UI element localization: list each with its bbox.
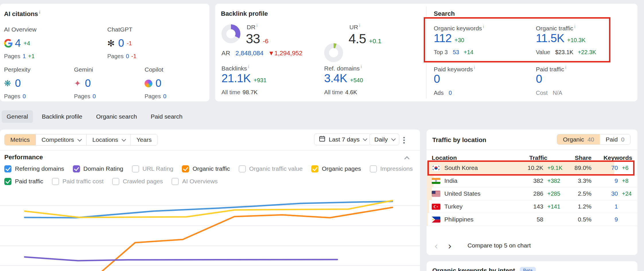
metric-checkbox-organic-traffic-value[interactable]: Organic traffic value [239, 164, 303, 173]
checkbox-checked-icon[interactable] [182, 165, 189, 172]
metric-checkbox-impressions[interactable]: Impressions [370, 164, 413, 173]
metric-checkbox-paid-traffic-cost[interactable]: Paid traffic cost [52, 177, 104, 186]
dr-value: 33 [246, 31, 260, 46]
backlink-profile-title: Backlink profile [221, 10, 268, 17]
checkbox-checked-icon[interactable] [4, 178, 11, 185]
chatgpt-value: 0 [118, 37, 124, 49]
traffic-by-location-title: Traffic by location [432, 136, 486, 144]
perplexity-pages: Pages0 [4, 93, 30, 100]
paid-keywords-value[interactable]: 0 [434, 72, 440, 85]
checkbox-checked-icon[interactable] [311, 165, 318, 172]
checkbox-unchecked-icon[interactable] [239, 165, 246, 172]
performance-title: Performance [4, 154, 43, 161]
perplexity-icon: ❋ [4, 79, 15, 88]
cost-row: Cost N/A [536, 90, 562, 96]
flag-in-icon [432, 178, 440, 184]
chevron-down-icon [391, 137, 396, 141]
backlinks-value-row: 21.1K +931 [221, 72, 266, 85]
table-row-turkey[interactable]: Turkey 143+141 1.2% 1 [427, 200, 637, 213]
metric-checkbox-label: URL Rating [143, 165, 174, 172]
perplexity-value: 0 [15, 77, 21, 89]
metric-checkbox-crawled-pages[interactable]: Crawled pages [112, 177, 163, 186]
metric-checkbox-organic-traffic[interactable]: Organic traffic [182, 164, 230, 173]
granularity-button[interactable]: Daily [369, 133, 399, 145]
intent-title: Organic keywords by intent [432, 267, 515, 271]
metric-checkbox-label: Crawled pages [123, 178, 163, 185]
checkbox-checked-icon[interactable] [4, 165, 11, 172]
metric-checkbox-domain-rating[interactable]: Domain Rating [73, 164, 123, 173]
paid-traffic-value[interactable]: 0 [536, 72, 542, 85]
filter-years-button[interactable]: Years [131, 134, 157, 145]
metric-checkbox-url-rating[interactable]: URL Rating [132, 164, 174, 173]
ref-domains-value-row: 3.4K +540 [324, 72, 363, 85]
more-options-kebab-button[interactable] [402, 135, 406, 145]
next-page-icon[interactable]: › [448, 241, 451, 250]
filter-locations-button[interactable]: Locations [87, 134, 131, 145]
organic-traffic-value[interactable]: 11.5K [536, 32, 564, 45]
filter-metrics-button[interactable]: Metrics [5, 134, 36, 145]
tab-organic-search[interactable]: Organic search [91, 110, 142, 123]
checkbox-unchecked-icon[interactable] [112, 178, 119, 185]
metric-checkbox-ai-overviews[interactable]: AI Overviews [172, 177, 218, 186]
backlinks-alltime: All time98.7K [221, 89, 258, 96]
metric-checkbox-paid-traffic[interactable]: Paid traffic [4, 177, 43, 186]
chevron-down-icon [122, 137, 126, 142]
ai-overview-stat: AI Overview 4 +4 Pages1+1 [4, 26, 36, 60]
copilot-icon [145, 80, 155, 87]
tab-backlink-profile[interactable]: Backlink profile [37, 110, 87, 123]
tab-general[interactable]: General [2, 110, 33, 123]
divider [427, 150, 637, 150]
ref-domains-value[interactable]: 3.4K [324, 72, 347, 85]
chatgpt-delta: -1 [127, 40, 132, 47]
traffic-value-row: Value $23.1K +22.3K [536, 49, 596, 56]
backlinks-value[interactable]: 21.1K [221, 72, 251, 85]
gemini-stat: Gemini ✦ 0 Pages0 [74, 66, 96, 100]
page-root: AI citationsi AI Overview 4 +4 Pages1+1 … [0, 0, 644, 271]
checkbox-unchecked-icon[interactable] [52, 178, 59, 185]
filter-competitors-button[interactable]: Competitors [36, 134, 87, 145]
metric-checkbox-label: Organic traffic [192, 165, 230, 172]
chevron-down-icon [363, 137, 367, 141]
toggle-organic[interactable]: Organic40 [557, 134, 600, 144]
flag-us-icon [432, 191, 440, 197]
beta-badge: Beta [520, 267, 536, 271]
ar-value[interactable]: 2,848,084 [236, 50, 264, 57]
traffic-pager: ‹ › Compare top 5 on chart [427, 241, 637, 250]
organic-keywords-delta: +30 [454, 37, 464, 44]
checkbox-unchecked-icon[interactable] [172, 178, 179, 185]
organic-keywords-value[interactable]: 112 [434, 32, 452, 45]
table-row-philippines[interactable]: Philippines 58 0.5% 9 [427, 213, 637, 226]
ur-label: URi [349, 23, 360, 31]
info-icon: i [574, 24, 575, 29]
tab-paid-search[interactable]: Paid search [146, 110, 187, 123]
traffic-table: South Korea 10.2K+9.1K 89.0% 70+6 India … [427, 162, 637, 226]
organic-traffic-value-row: 11.5K +10.3K [536, 32, 585, 45]
share-bar [427, 187, 432, 200]
ar-row: AR 2,848,084 ▼1,294,952 [221, 50, 302, 57]
compare-top5-link[interactable]: Compare top 5 on chart [468, 242, 531, 249]
share-bar [427, 213, 428, 226]
copilot-stat: Copilot 0 Pages0 [145, 66, 166, 100]
collapse-chevron-up-icon[interactable] [404, 156, 409, 161]
chart-line-domain-rating [25, 257, 337, 261]
date-range-button[interactable]: Last 7 days [314, 133, 371, 145]
backlinks-delta: +931 [254, 77, 266, 84]
card-divider [426, 7, 427, 99]
checkbox-unchecked-icon[interactable] [370, 165, 377, 172]
metric-checkbox-referring-domains[interactable]: Referring domains [4, 164, 64, 173]
ur-value-row: 4.5 +0.1 [349, 31, 381, 46]
metric-checkbox-organic-pages[interactable]: Organic pages [311, 164, 361, 173]
checkbox-unchecked-icon[interactable] [132, 165, 139, 172]
table-row-south-korea[interactable]: South Korea 10.2K+9.1K 89.0% 70+6 [427, 162, 637, 174]
ai-overview-delta: +4 [24, 40, 30, 47]
flag-tr-icon [432, 204, 440, 210]
table-row-united-states[interactable]: United States 286+285 2.5% 30+24 [427, 187, 637, 200]
metrics-checkbox-list: Referring domainsDomain RatingURL Rating… [4, 164, 416, 186]
table-row-india[interactable]: India 382+382 3.3% 9+8 [427, 174, 637, 187]
toggle-paid[interactable]: Paid0 [600, 134, 630, 144]
checkbox-checked-icon[interactable] [73, 165, 80, 172]
perplexity-stat: Perplexity ❋ 0 Pages0 [4, 66, 30, 100]
info-icon: i [565, 65, 566, 70]
traffic-by-location-card: Traffic by location Organic40 Paid0 Loca… [427, 129, 637, 255]
prev-page-icon[interactable]: ‹ [435, 241, 438, 250]
